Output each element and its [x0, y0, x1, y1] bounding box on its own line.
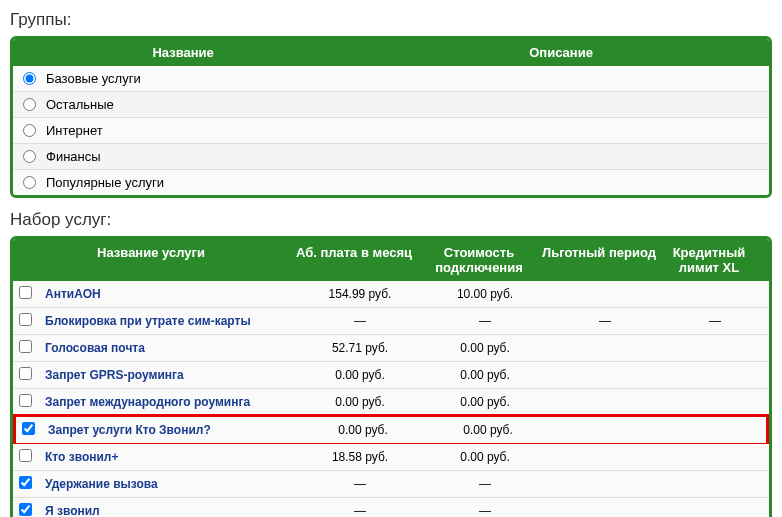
groups-panel: Название Описание Базовые услугиОстальны… [10, 36, 772, 198]
service-link[interactable]: Голосовая почта [45, 341, 145, 355]
services-header: Название услуги Аб. плата в месяц Стоимо… [13, 239, 769, 281]
service-cost: — [425, 504, 545, 517]
service-checkbox[interactable] [19, 367, 32, 380]
service-fee: — [295, 477, 425, 491]
service-row: Запрет международного роуминга0.00 руб.0… [13, 389, 769, 416]
services-header-limit: Кредитный лимит XL [659, 245, 759, 275]
group-row[interactable]: Базовые услуги [13, 66, 769, 92]
group-radio[interactable] [23, 72, 36, 85]
service-cost: — [425, 314, 545, 328]
group-row[interactable]: Интернет [13, 118, 769, 144]
service-link[interactable]: Запрет GPRS-роуминга [45, 368, 184, 382]
service-row: Блокировка при утрате сим-карты———— [13, 308, 769, 335]
groups-header: Название Описание [13, 39, 769, 66]
group-row[interactable]: Популярные услуги [13, 170, 769, 195]
group-radio[interactable] [23, 124, 36, 137]
service-cost: 0.00 руб. [425, 450, 545, 464]
service-checkbox[interactable] [19, 503, 32, 516]
service-link[interactable]: Запрет международного роуминга [45, 395, 250, 409]
service-cost: 0.00 руб. [425, 341, 545, 355]
service-fee: — [295, 504, 425, 517]
service-row: Запрет GPRS-роуминга0.00 руб.0.00 руб. [13, 362, 769, 389]
group-radio[interactable] [23, 98, 36, 111]
group-radio[interactable] [23, 150, 36, 163]
service-link[interactable]: Удержание вызова [45, 477, 158, 491]
service-fee: 52.71 руб. [295, 341, 425, 355]
service-cost: 0.00 руб. [428, 423, 548, 437]
group-label: Базовые услуги [46, 71, 141, 86]
services-header-name: Название услуги [13, 245, 289, 275]
service-fee: 154.99 руб. [295, 287, 425, 301]
service-fee: 18.58 руб. [295, 450, 425, 464]
service-cost: — [425, 477, 545, 491]
service-cost: 0.00 руб. [425, 395, 545, 409]
service-limit: — [665, 314, 765, 328]
service-fee: 0.00 руб. [295, 368, 425, 382]
service-cost: 0.00 руб. [425, 368, 545, 382]
service-checkbox[interactable] [19, 286, 32, 299]
service-grace: — [545, 314, 665, 328]
service-checkbox[interactable] [19, 449, 32, 462]
groups-header-desc: Описание [353, 45, 769, 60]
services-header-cost: Стоимость подключения [419, 245, 539, 275]
service-row: Кто звонил+18.58 руб.0.00 руб. [13, 444, 769, 471]
services-header-grace: Льготный период [539, 245, 659, 275]
service-fee: 0.00 руб. [298, 423, 428, 437]
group-label: Финансы [46, 149, 101, 164]
group-row[interactable]: Финансы [13, 144, 769, 170]
service-link[interactable]: Блокировка при утрате сим-карты [45, 314, 251, 328]
service-checkbox[interactable] [19, 394, 32, 407]
services-panel: Название услуги Аб. плата в месяц Стоимо… [10, 236, 772, 517]
groups-title: Группы: [10, 10, 772, 30]
service-row: Запрет услуги Кто Звонил?0.00 руб.0.00 р… [13, 414, 769, 446]
service-link[interactable]: Я звонил [45, 504, 100, 517]
service-checkbox[interactable] [22, 422, 35, 435]
service-checkbox[interactable] [19, 476, 32, 489]
group-label: Остальные [46, 97, 114, 112]
group-label: Популярные услуги [46, 175, 164, 190]
service-link[interactable]: Запрет услуги Кто Звонил? [48, 423, 211, 437]
service-checkbox[interactable] [19, 340, 32, 353]
service-row: АнтиАОН154.99 руб.10.00 руб. [13, 281, 769, 308]
service-checkbox[interactable] [19, 313, 32, 326]
service-fee: 0.00 руб. [295, 395, 425, 409]
group-label: Интернет [46, 123, 103, 138]
services-header-fee: Аб. плата в месяц [289, 245, 419, 275]
service-link[interactable]: АнтиАОН [45, 287, 101, 301]
service-fee: — [295, 314, 425, 328]
service-link[interactable]: Кто звонил+ [45, 450, 118, 464]
service-cost: 10.00 руб. [425, 287, 545, 301]
group-row[interactable]: Остальные [13, 92, 769, 118]
group-radio[interactable] [23, 176, 36, 189]
services-title: Набор услуг: [10, 210, 772, 230]
service-row: Удержание вызова—— [13, 471, 769, 498]
service-row: Я звонил—— [13, 498, 769, 517]
groups-header-name: Название [13, 45, 353, 60]
service-row: Голосовая почта52.71 руб.0.00 руб. [13, 335, 769, 362]
